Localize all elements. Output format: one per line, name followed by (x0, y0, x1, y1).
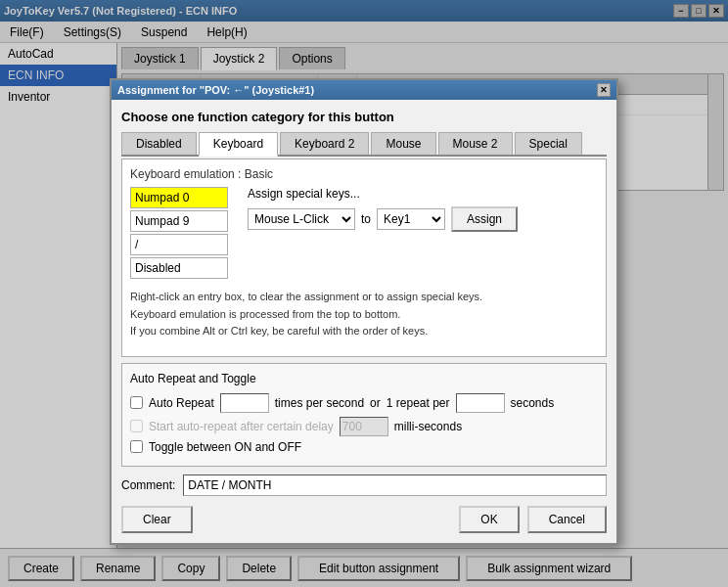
modal-ok-button[interactable]: OK (459, 506, 519, 533)
modal-content: Keyboard emulation : Basic Assign specia… (121, 158, 607, 357)
modal-tab-mouse2[interactable]: Mouse 2 (438, 132, 513, 155)
modal-tab-disabled[interactable]: Disabled (121, 132, 197, 155)
modal-close-button[interactable]: ✕ (597, 83, 611, 97)
modal-clear-button[interactable]: Clear (121, 506, 193, 533)
times-label: times per second (275, 396, 364, 410)
modal-tab-mouse[interactable]: Mouse (371, 132, 435, 155)
special-keys-row: Mouse L-Click to Key1 Assign (248, 206, 598, 232)
modal-footer-right: OK Cancel (459, 506, 607, 533)
special-keys-area: Assign special keys... Mouse L-Click to … (248, 187, 598, 279)
start-delay-label: Start auto-repeat after certain delay (149, 420, 334, 433)
auto-repeat-label: Auto Repeat (149, 396, 214, 410)
auto-repeat-section: Auto Repeat and Toggle Auto Repeat times… (121, 363, 607, 467)
delay-label: milli-seconds (394, 420, 462, 433)
modal-overlay: Assignment for "POV: ←" (Joystick#1) ✕ C… (0, 0, 728, 587)
key-item-1[interactable] (130, 210, 228, 232)
toggle-label: Toggle between ON and OFF (149, 440, 301, 454)
modal-tab-bar: Disabled Keyboard Keyboard 2 Mouse Mouse… (121, 132, 607, 157)
key-item-2[interactable] (130, 234, 228, 255)
keyboard-area: Assign special keys... Mouse L-Click to … (130, 187, 598, 279)
info-line-1: Right-click an entry box, to clear the a… (130, 289, 598, 306)
comment-input[interactable] (183, 474, 607, 496)
modal-heading: Choose one function category for this bu… (121, 110, 607, 124)
auto-repeat-checkbox[interactable] (130, 396, 143, 409)
toggle-row: Toggle between ON and OFF (130, 440, 598, 454)
times-input[interactable] (220, 393, 269, 413)
info-line-3: If you combine Alt or Ctrl key, be caref… (130, 323, 598, 340)
key-item-3[interactable] (130, 257, 228, 279)
special-key-dropdown1[interactable]: Mouse L-Click (248, 208, 355, 230)
delay-input[interactable] (340, 417, 388, 436)
modal-footer: Clear OK Cancel (121, 506, 607, 533)
modal-tab-special[interactable]: Special (515, 132, 582, 155)
key-list (130, 187, 228, 279)
repeat-per-label: 1 repeat per (387, 396, 450, 410)
info-line-2: Keyboard emulation is processed from the… (130, 306, 598, 324)
assignment-modal: Assignment for "POV: ←" (Joystick#1) ✕ C… (110, 78, 618, 545)
seconds-label: seconds (511, 396, 555, 410)
key-item-0[interactable] (130, 187, 228, 208)
or-label: or (370, 396, 381, 410)
modal-tab-keyboard[interactable]: Keyboard (199, 132, 278, 157)
start-delay-row: Start auto-repeat after certain delay mi… (130, 417, 598, 436)
comment-label: Comment: (121, 478, 175, 492)
modal-body: Choose one function category for this bu… (112, 100, 616, 543)
toggle-checkbox[interactable] (130, 440, 143, 453)
start-delay-checkbox[interactable] (130, 420, 143, 432)
keyboard-section-label: Keyboard emulation : Basic (130, 167, 598, 181)
modal-tab-keyboard2[interactable]: Keyboard 2 (280, 132, 369, 155)
special-key-dropdown2[interactable]: Key1 (377, 208, 445, 230)
modal-title-bar: Assignment for "POV: ←" (Joystick#1) ✕ (112, 80, 616, 100)
to-label: to (361, 212, 371, 226)
auto-repeat-row1: Auto Repeat times per second or 1 repeat… (130, 393, 598, 413)
comment-row: Comment: (121, 474, 607, 496)
modal-title: Assignment for "POV: ←" (Joystick#1) (117, 84, 314, 96)
seconds-input[interactable] (456, 393, 505, 413)
assign-button[interactable]: Assign (451, 206, 518, 232)
modal-cancel-button[interactable]: Cancel (527, 506, 607, 533)
special-keys-label: Assign special keys... (248, 187, 598, 201)
auto-repeat-title: Auto Repeat and Toggle (130, 372, 598, 385)
info-text: Right-click an entry box, to clear the a… (130, 289, 598, 340)
